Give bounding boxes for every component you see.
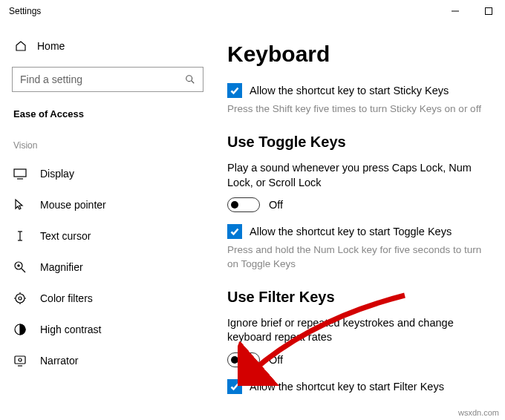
watermark: wsxdn.com: [458, 408, 499, 417]
sidebar-item-label: High contrast: [40, 324, 101, 335]
sidebar: Home Ease of Access Vision Display Mouse…: [0, 22, 215, 420]
sidebar-item-display[interactable]: Display: [12, 158, 203, 189]
home-nav[interactable]: Home: [12, 28, 203, 64]
sticky-keys-shortcut-checkbox[interactable]: Allow the shortcut key to start Sticky K…: [227, 83, 492, 98]
search-input-container[interactable]: [12, 67, 203, 92]
search-input[interactable]: [20, 73, 185, 85]
window-title: Settings: [9, 6, 41, 16]
home-label: Home: [37, 40, 65, 52]
filter-keys-toggle[interactable]: [227, 352, 260, 367]
svg-point-13: [16, 294, 25, 303]
checkbox-label: Allow the shortcut key to start Sticky K…: [250, 85, 449, 96]
sticky-keys-desc: Press the Shift key five times to turn S…: [227, 102, 492, 116]
checkbox-checked-icon: [227, 83, 242, 98]
checkbox-label: Allow the shortcut key to start Toggle K…: [250, 226, 452, 237]
sidebar-item-label: Magnifier: [40, 261, 83, 273]
toggle-keys-toggle[interactable]: [227, 197, 260, 212]
magnifier-icon: [13, 260, 27, 274]
filter-keys-body: Ignore brief or repeated keystrokes and …: [227, 316, 492, 345]
content-pane: Keyboard Allow the shortcut key to start…: [215, 22, 505, 420]
toggle-keys-desc: Press and hold the Num Lock key for five…: [227, 243, 492, 270]
mouse-pointer-icon: [13, 198, 27, 211]
display-icon: [13, 167, 27, 180]
toggle-keys-heading: Use Toggle Keys: [227, 134, 492, 151]
filter-keys-shortcut-checkbox[interactable]: Allow the shortcut key to start Filter K…: [227, 379, 492, 394]
svg-point-22: [19, 358, 22, 361]
sidebar-item-color-filters[interactable]: Color filters: [12, 283, 203, 314]
sidebar-item-label: Color filters: [40, 292, 93, 304]
svg-point-14: [19, 297, 22, 300]
svg-rect-20: [15, 356, 25, 364]
sidebar-item-magnifier[interactable]: Magnifier: [12, 252, 203, 283]
high-contrast-icon: [13, 323, 27, 336]
maximize-button[interactable]: [472, 0, 505, 22]
checkbox-checked-icon: [227, 379, 242, 394]
toggle-state: Off: [269, 199, 283, 211]
page-title: Keyboard: [227, 42, 492, 67]
sidebar-item-mouse-pointer[interactable]: Mouse pointer: [12, 189, 203, 220]
sidebar-item-high-contrast[interactable]: High contrast: [12, 314, 203, 345]
svg-point-2: [186, 76, 192, 82]
svg-rect-4: [14, 169, 26, 177]
titlebar: Settings: [0, 0, 505, 22]
category-heading: Ease of Access: [13, 108, 203, 119]
sidebar-item-label: Display: [40, 168, 74, 180]
sidebar-item-label: Narrator: [40, 355, 78, 367]
sidebar-item-label: Text cursor: [40, 230, 91, 242]
text-cursor-icon: [13, 229, 27, 243]
checkbox-checked-icon: [227, 224, 242, 239]
group-label: Vision: [13, 140, 203, 151]
svg-line-3: [192, 81, 195, 84]
filter-keys-heading: Use Filter Keys: [227, 289, 492, 306]
color-filters-icon: [13, 292, 27, 305]
toggle-state: Off: [269, 354, 283, 366]
sidebar-item-narrator[interactable]: Narrator: [12, 345, 203, 376]
sidebar-item-label: Mouse pointer: [40, 199, 106, 211]
checkbox-label: Allow the shortcut key to start Filter K…: [250, 381, 444, 393]
minimize-button[interactable]: [438, 0, 472, 22]
toggle-keys-shortcut-checkbox[interactable]: Allow the shortcut key to start Toggle K…: [227, 224, 492, 239]
narrator-icon: [13, 354, 27, 367]
sidebar-item-text-cursor[interactable]: Text cursor: [12, 220, 203, 252]
svg-rect-1: [485, 8, 492, 15]
toggle-keys-body: Play a sound whenever you press Caps Loc…: [227, 161, 492, 190]
home-icon: [15, 40, 27, 52]
svg-line-10: [22, 269, 25, 272]
search-icon: [185, 74, 195, 85]
